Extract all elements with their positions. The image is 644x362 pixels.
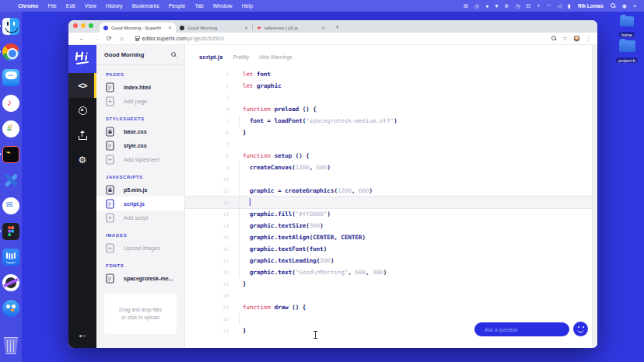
code-line-10[interactable]: 10	[185, 173, 597, 185]
code-line-3[interactable]: 3	[185, 92, 597, 103]
desktop-folder-project[interactable]: project-b	[610, 40, 644, 66]
xapp-dock-icon[interactable]	[2, 172, 19, 189]
zoom-page-icon[interactable]	[551, 36, 557, 41]
code-line-1[interactable]: 1let font	[185, 68, 597, 80]
messages-dock-icon[interactable]	[2, 69, 19, 86]
code-line-19[interactable]: 19}	[185, 278, 597, 290]
upload-dropzone[interactable]: Drag and drop filesor click to upload	[104, 294, 177, 334]
tab-close-icon[interactable]: ✕	[242, 25, 248, 30]
code-line-6[interactable]: 6}	[185, 127, 597, 138]
menu-item-tab[interactable]: Tab	[190, 3, 208, 9]
chrome-menu-icon[interactable]: ⋮	[586, 36, 591, 42]
hide-warnings-button[interactable]: Hide Warnings	[259, 54, 292, 60]
sidebar-item-spacegrotesk-me-[interactable]: spacegrotesk-me...	[96, 271, 184, 285]
wifi-icon[interactable]: ◠	[544, 3, 555, 9]
code-line-4[interactable]: 4function preload () {	[185, 103, 597, 115]
figma-dock-icon[interactable]	[2, 223, 19, 240]
music-dock-icon[interactable]	[2, 95, 19, 112]
code-line-2[interactable]: 2let graphic	[185, 80, 597, 92]
editor-scrollbar[interactable]	[592, 45, 597, 348]
chrome-dock-icon[interactable]	[2, 44, 19, 61]
desktop-folder-home[interactable]: home	[610, 16, 644, 40]
code-view-tab[interactable]: <>	[68, 73, 96, 98]
menu-item-edit[interactable]: Edit	[61, 3, 80, 9]
siri-icon[interactable]: ◉	[619, 3, 630, 9]
settings-tab[interactable]: ⚙	[68, 148, 96, 172]
globe-icon[interactable]: ⊕	[502, 3, 513, 9]
finder-dock-icon[interactable]	[2, 18, 19, 35]
zoom-window-button[interactable]	[89, 23, 93, 28]
tab-close-icon[interactable]: ✕	[319, 25, 325, 30]
sidebar-item-add-stylesheet[interactable]: Add stylesheet	[96, 152, 184, 166]
close-window-button[interactable]	[73, 23, 78, 28]
menu-item-chrome[interactable]: Chrome	[13, 3, 43, 9]
menu-item-file[interactable]: File	[43, 3, 61, 9]
menu-item-bookmarks[interactable]: Bookmarks	[128, 3, 164, 9]
home-button[interactable]: ⌂	[116, 35, 128, 42]
code-line-17[interactable]: 17 graphic.textLeading(200)	[185, 255, 597, 266]
preview-tab[interactable]	[68, 98, 96, 123]
plus-icon[interactable]: +	[534, 3, 543, 9]
bookmark-star-icon[interactable]: ☆	[562, 35, 568, 42]
reload-button[interactable]: ⟳	[103, 35, 116, 42]
monitor-icon[interactable]: ⊟	[523, 3, 534, 9]
menubar-user-name[interactable]: Rik Lomas	[574, 3, 607, 9]
shield-icon[interactable]: ♥	[492, 3, 501, 9]
code-line-11[interactable]: 11 graphic = createGraphics(1200, 600)	[185, 185, 597, 197]
trash-dock-icon[interactable]	[2, 337, 19, 354]
help-smiley-button[interactable]	[573, 322, 588, 336]
bird-dock-icon[interactable]	[2, 300, 19, 317]
code-line-14[interactable]: 14 graphic.textSize(300)	[185, 220, 597, 231]
display-icon[interactable]: ⊞	[460, 3, 471, 9]
intercom-dock-icon[interactable]	[2, 249, 19, 266]
code-line-13[interactable]: 13 graphic.fill("#ff0000")	[185, 208, 597, 220]
sidebar-item-base-css[interactable]: base.css	[96, 124, 184, 138]
code-line-9[interactable]: 9 createCanvas(1200, 600)	[185, 162, 597, 173]
code-line-16[interactable]: 16 graphic.textFont(font)	[185, 243, 597, 255]
menu-item-window[interactable]: Window	[208, 3, 237, 9]
code-line-18[interactable]: 18 graphic.text("Good\nMorning", 600, 30…	[185, 266, 597, 278]
browser-tab-1[interactable]: Good Morning - Superhi✕	[100, 23, 176, 33]
publish-tab[interactable]	[68, 123, 96, 148]
code-line-21[interactable]: 21function draw () {	[185, 301, 597, 313]
ask-question-button[interactable]: Ask a question	[474, 322, 569, 336]
menu-item-history[interactable]: History	[101, 3, 128, 9]
menu-item-view[interactable]: View	[80, 3, 101, 9]
search-icon[interactable]	[171, 52, 177, 57]
sidebar-item-add-page[interactable]: Add page	[96, 94, 184, 108]
code-line-8[interactable]: 8function setup () {	[185, 150, 597, 162]
back-button[interactable]: ←	[75, 35, 89, 42]
sidebar-item-upload-images[interactable]: Upload images	[96, 241, 184, 255]
code-area[interactable]: 1let font2let graphic34function preload …	[185, 68, 597, 336]
code-editor-pane[interactable]: script.js Prettify Hide Warnings 1let fo…	[185, 45, 597, 348]
tab-close-icon[interactable]: ✕	[166, 25, 172, 30]
ssl-lock-icon[interactable]	[135, 38, 139, 41]
browser-tab-2[interactable]: Good Morning✕	[176, 23, 252, 33]
code-line-12[interactable]: 12	[185, 197, 597, 208]
code-line-20[interactable]: 20	[185, 290, 597, 301]
menu-item-people[interactable]: People	[164, 3, 191, 9]
sidebar-item-add-script[interactable]: Add script	[96, 211, 184, 225]
clock-icon[interactable]: ◷	[512, 3, 523, 9]
menu-item-help[interactable]: Help	[237, 3, 257, 9]
profile-avatar[interactable]	[573, 35, 580, 42]
prettify-button[interactable]: Prettify	[233, 54, 249, 60]
sidebar-item-index-html[interactable]: index.html	[96, 80, 184, 94]
sidebar-item-style-css[interactable]: style.css	[96, 138, 184, 152]
terminal-dock-icon[interactable]	[2, 146, 19, 163]
spotlight-search-icon[interactable]	[607, 3, 619, 9]
battery-icon[interactable]: ▮	[565, 3, 574, 9]
minimize-window-button[interactable]	[81, 23, 86, 28]
slack-dock-icon[interactable]	[2, 120, 19, 137]
record-icon[interactable]: ◎	[471, 3, 482, 9]
dot-icon[interactable]: ●	[482, 3, 492, 9]
address-bar[interactable]: editor.superhi.com/projects/53503	[142, 36, 224, 41]
code-line-5[interactable]: 5 font = loadFont("spacegrotesk-medium.o…	[185, 115, 597, 127]
code-line-15[interactable]: 15 graphic.textAlign(CENTER, CENTER)	[185, 231, 597, 243]
volume-icon[interactable]: ◁	[555, 3, 565, 9]
forward-button[interactable]: →	[89, 35, 103, 42]
new-tab-button[interactable]: +	[329, 23, 345, 33]
code-line-7[interactable]: 7	[185, 138, 597, 150]
notification-center-icon[interactable]: ≡	[630, 3, 639, 9]
sidebar-item-script-js[interactable]: script.js	[96, 197, 184, 211]
